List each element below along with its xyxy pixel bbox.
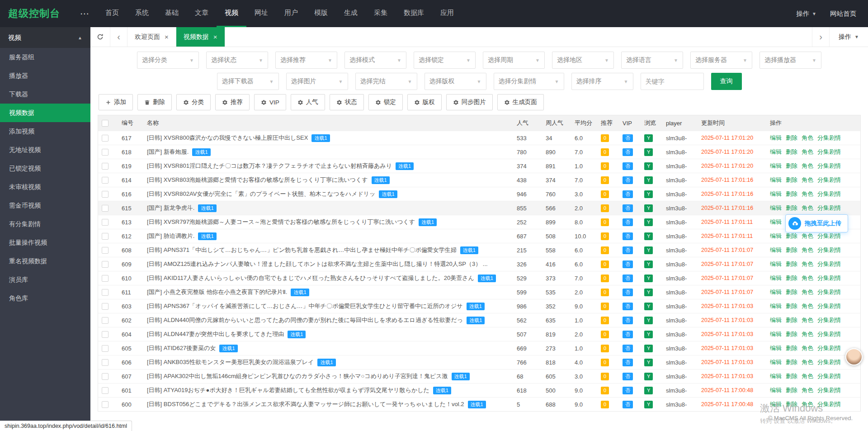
vip-badge[interactable]: 否 <box>623 359 633 366</box>
vip-badge[interactable]: 否 <box>623 204 633 212</box>
delete-link[interactable]: 删除 <box>786 134 797 141</box>
recommend-badge[interactable]: 0 <box>601 176 609 184</box>
chevron-right-icon[interactable]: › <box>812 27 829 47</box>
sidebar-item[interactable]: 视频数据 <box>0 104 90 122</box>
video-title-link[interactable]: [日韩] XVSR801淫口隠えたチ〇コは数万本？凄テクフェラチオで止まらない射… <box>147 162 392 170</box>
vip-badge[interactable]: 否 <box>623 218 633 226</box>
recommend-badge[interactable]: 0 <box>601 331 609 338</box>
filter-select[interactable]: 选择锁定▼ <box>414 52 476 69</box>
role-link[interactable]: 角色 <box>802 190 813 197</box>
video-title-link[interactable]: [日韩] AMOZ125連れ込みナンパ人妻喰い！澄ました顔してホントは欲求不満な… <box>147 260 488 268</box>
role-link[interactable]: 角色 <box>802 345 813 351</box>
recommend-badge[interactable]: 0 <box>601 401 609 408</box>
delete-link[interactable]: 删除 <box>786 246 797 253</box>
row-checkbox[interactable] <box>102 331 108 338</box>
delete-link[interactable]: 删除 <box>786 289 797 295</box>
filter-select[interactable]: 选择排序▼ <box>571 73 633 90</box>
browse-badge[interactable]: Y <box>644 134 653 142</box>
delete-link[interactable]: 删除 <box>786 275 797 281</box>
filter-select[interactable]: 选择服务器▼ <box>690 52 752 69</box>
recommend-badge[interactable]: 0 <box>601 373 609 380</box>
video-title-link[interactable]: [日韩] AKID117人妻さんいらっしゃい便の自宅でもまじでハメ狂った熟女さん… <box>147 274 474 282</box>
video-title-link[interactable]: [日韩] APNS367「オッパイを滅茶苦茶にして…おじさん…」中年チ〇ポ偏愛巨… <box>147 302 463 310</box>
video-title-link[interactable]: [日韩] ALDN440同僚の元嫁前からいいと思ってたあの同僚の妻が別れた後に毎… <box>147 316 463 324</box>
recommend-badge[interactable]: 0 <box>601 345 609 352</box>
recommend-badge[interactable]: 0 <box>601 289 609 296</box>
search-button[interactable]: 查询 <box>711 73 742 90</box>
delete-link[interactable]: 删除 <box>786 387 797 393</box>
topbar-nav-item[interactable]: 基础 <box>157 0 187 27</box>
delete-link[interactable]: 删除 <box>786 373 797 379</box>
recommend-badge[interactable]: 0 <box>601 218 609 226</box>
topbar-action-dropdown[interactable]: 操作 ▼ <box>796 9 816 18</box>
row-checkbox[interactable] <box>102 191 108 198</box>
recommend-badge[interactable]: 0 <box>601 204 609 212</box>
video-title-link[interactable]: [日韩] ATID627後妻菜の女 <box>147 344 216 352</box>
select-all-checkbox[interactable] <box>102 120 108 127</box>
role-link[interactable]: 角色 <box>802 387 813 393</box>
toolbar-button[interactable]: 版权 <box>407 94 442 110</box>
toolbar-button[interactable]: 分类 <box>176 94 211 110</box>
episode-link[interactable]: 分集剧情 <box>817 387 841 393</box>
vip-badge[interactable]: 否 <box>623 275 633 282</box>
toolbar-button[interactable]: 人气 <box>291 94 325 110</box>
sidebar-item[interactable]: 演员库 <box>0 270 90 289</box>
video-title-link[interactable]: [日韩] ATYA019おぢチ●ポ大好き！巨乳ギャル若妻結婚しても全然性欲が収ま… <box>147 386 429 394</box>
browse-badge[interactable]: Y <box>644 373 653 380</box>
vip-badge[interactable]: 否 <box>623 387 633 394</box>
edit-link[interactable]: 编辑 <box>770 303 782 309</box>
recommend-badge[interactable]: 0 <box>601 317 609 324</box>
filter-select[interactable]: 选择状态▼ <box>206 52 268 69</box>
browse-badge[interactable]: Y <box>644 317 653 324</box>
row-checkbox[interactable] <box>102 177 108 184</box>
sidebar-item[interactable]: 未审核视频 <box>0 178 90 196</box>
browse-badge[interactable]: Y <box>644 176 653 184</box>
toolbar-button[interactable]: VIP <box>254 94 286 110</box>
role-link[interactable]: 角色 <box>802 232 813 239</box>
filter-select[interactable]: 选择周期▼ <box>483 52 545 69</box>
toolbar-button[interactable]: 状态 <box>330 94 364 110</box>
sidebar-item[interactable]: 已锁定视频 <box>0 159 90 178</box>
delete-link[interactable]: 删除 <box>786 345 797 351</box>
episode-link[interactable]: 分集剧情 <box>817 359 841 365</box>
topbar-nav-item[interactable]: 用户 <box>276 0 306 27</box>
sidebar-item[interactable]: 批量操作视频 <box>0 233 90 252</box>
edit-link[interactable]: 编辑 <box>770 204 782 211</box>
browse-badge[interactable]: Y <box>644 289 653 296</box>
vip-badge[interactable]: 否 <box>623 303 633 310</box>
row-checkbox[interactable] <box>102 345 108 352</box>
edit-link[interactable]: 编辑 <box>770 134 782 141</box>
episode-link[interactable]: 分集剧情 <box>817 204 841 211</box>
filter-select[interactable]: 选择语言▼ <box>621 52 683 69</box>
topbar-nav-item[interactable]: 网址 <box>246 0 276 27</box>
vip-badge[interactable]: 否 <box>623 317 633 324</box>
filter-select[interactable]: 选择推荐▼ <box>275 52 337 69</box>
site-home-link[interactable]: 网站首页 <box>830 9 856 18</box>
video-title-link[interactable]: [日韩] ALDN447妻が突然中出しを要求してきた理由 <box>147 330 284 338</box>
video-title-link[interactable]: [国产] 新龙争虎斗. <box>147 204 194 212</box>
sidebar-item[interactable]: 无地址视频 <box>0 141 90 159</box>
delete-link[interactable]: 删除 <box>786 162 797 169</box>
row-checkbox[interactable] <box>102 387 108 394</box>
row-checkbox[interactable] <box>102 233 108 240</box>
row-checkbox[interactable] <box>102 219 108 226</box>
delete-link[interactable]: 删除 <box>786 190 797 197</box>
episode-link[interactable]: 分集剧情 <box>817 190 841 197</box>
role-link[interactable]: 角色 <box>802 134 813 141</box>
video-title-link[interactable]: [日韩] ANKB035性欲モンスター美形巨乳美女の混浴温泉プレイ <box>147 358 314 366</box>
role-link[interactable]: 角色 <box>802 148 813 155</box>
edit-link[interactable]: 编辑 <box>770 162 782 169</box>
recommend-badge[interactable]: 0 <box>601 260 609 268</box>
browse-badge[interactable]: Y <box>644 275 653 282</box>
recommend-badge[interactable]: 0 <box>601 134 609 142</box>
browse-badge[interactable]: Y <box>644 218 653 226</box>
recommend-badge[interactable]: 0 <box>601 303 609 310</box>
browse-badge[interactable]: Y <box>644 331 653 338</box>
delete-link[interactable]: 删除 <box>786 148 797 155</box>
episode-link[interactable]: 分集剧情 <box>817 148 841 155</box>
sidebar-item[interactable]: 下载器 <box>0 85 90 104</box>
episode-link[interactable]: 分集剧情 <box>817 289 841 295</box>
browse-badge[interactable]: Y <box>644 204 653 212</box>
episode-link[interactable]: 分集剧情 <box>817 401 841 407</box>
delete-link[interactable]: 删除 <box>786 303 797 309</box>
